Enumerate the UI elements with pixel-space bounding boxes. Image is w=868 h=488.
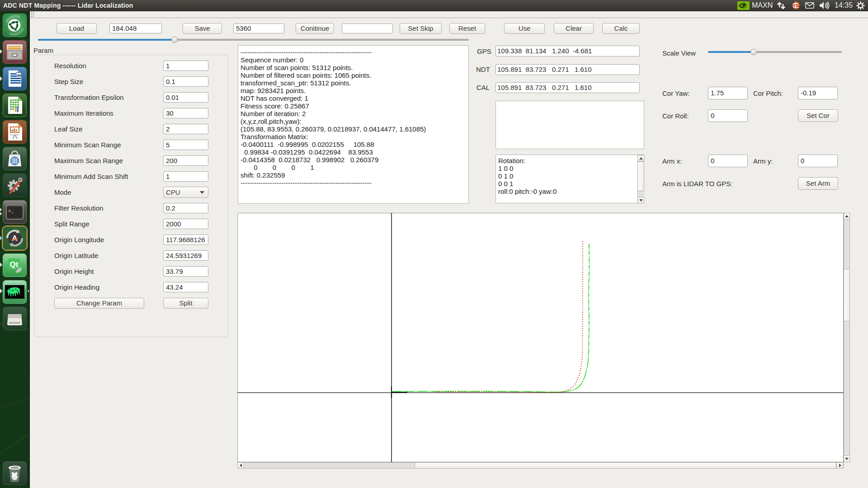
svg-text:Qt: Qt [10, 260, 19, 269]
svg-text:A: A [12, 234, 17, 243]
svg-text:>_: >_ [8, 209, 14, 214]
